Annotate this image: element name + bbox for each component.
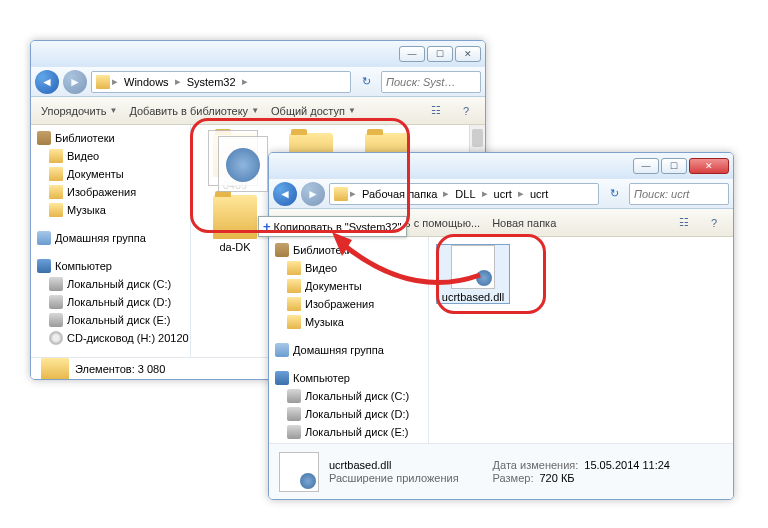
tree-node[interactable]: Компьютер [293,372,350,384]
tree-node[interactable]: Библиотеки [55,132,115,144]
breadcrumb[interactable]: ▸ Рабочая папка ▸ DLL ▸ ucrt ▸ ucrt [329,183,599,205]
tree-node[interactable]: Изображения [67,186,136,198]
tree-node[interactable]: Локальный диск (E:) [67,314,171,326]
explorer-window-ucrt: — ☐ ✕ ◄ ► ▸ Рабочая папка ▸ DLL ▸ ucrt ▸… [268,152,734,500]
video-icon [49,149,63,163]
forward-button[interactable]: ► [63,70,87,94]
new-folder-button[interactable]: Новая папка [492,217,556,229]
titlebar[interactable]: — ☐ ✕ [269,153,733,179]
tree-node[interactable]: Музыка [305,316,344,328]
forward-button[interactable]: ► [301,182,325,206]
tree-node[interactable]: Локальный диск (C:) [305,390,409,402]
tree-node[interactable]: Локальный диск (E:) [305,426,409,438]
folder-icon [334,187,348,201]
search-input[interactable] [629,183,729,205]
chevron-down-icon: ▼ [251,106,259,115]
tree-node[interactable]: Документы [67,168,124,180]
dll-file-icon [451,245,495,289]
chevron-right-icon: ▸ [348,187,358,200]
view-icon[interactable]: ☷ [427,102,445,120]
library-icon [275,243,289,257]
crumb-seg[interactable]: DLL [451,188,479,200]
size-label: Размер: [493,472,534,484]
plus-icon: + [263,219,271,234]
tree-node[interactable]: Библиотеки [293,244,353,256]
close-button[interactable]: ✕ [689,158,729,174]
help-icon[interactable]: ? [457,102,475,120]
tree-node[interactable]: Видео [305,262,337,274]
view-icon[interactable]: ☷ [675,214,693,232]
file-name: ucrtbased.dll [329,459,391,471]
chevron-right-icon: ▸ [480,187,490,200]
crumb-seg[interactable]: System32 [183,76,240,88]
folder-icon [213,195,257,239]
chevron-down-icon: ▼ [109,106,117,115]
close-button[interactable]: ✕ [455,46,481,62]
pictures-icon [49,185,63,199]
disk-icon [287,389,301,403]
tree-node[interactable]: Домашняя группа [293,344,384,356]
label: Общий доступ [271,105,345,117]
folder-item[interactable]: 0409 [199,133,271,191]
folder-icon [213,133,257,177]
chevron-down-icon: ▼ [348,106,356,115]
folder-icon [96,75,110,89]
label: 0409 [223,179,247,191]
tree-node[interactable]: Компьютер [55,260,112,272]
tree-node[interactable]: Видео [67,150,99,162]
file-type: Расширение приложения [329,472,459,484]
music-icon [49,203,63,217]
scrollbar-thumb[interactable] [472,129,483,147]
chevron-right-icon: ▸ [173,75,183,88]
documents-icon [49,167,63,181]
maximize-button[interactable]: ☐ [427,46,453,62]
mod-label: Дата изменения: [493,459,579,471]
help-icon[interactable]: ? [705,214,723,232]
tree-node[interactable]: Локальный диск (C:) [67,278,171,290]
organize-menu[interactable]: Упорядочить▼ [41,105,117,117]
tree-node[interactable]: Документы [305,280,362,292]
file-item-selected[interactable]: ucrtbased.dll [437,245,509,303]
crumb-seg[interactable]: Рабочая папка [358,188,441,200]
refresh-button[interactable]: ↻ [355,75,377,88]
disk-icon [287,407,301,421]
search-input[interactable] [381,71,481,93]
tree-node[interactable]: Музыка [67,204,106,216]
crumb-seg[interactable]: Windows [120,76,173,88]
breadcrumb[interactable]: ▸ Windows ▸ System32 ▸ [91,71,351,93]
label: da-DK [219,241,250,253]
nav-bar: ◄ ► ▸ Рабочая папка ▸ DLL ▸ ucrt ▸ ucrt … [269,179,733,209]
pictures-icon [287,297,301,311]
minimize-button[interactable]: — [399,46,425,62]
mod-value: 15.05.2014 11:24 [584,459,670,471]
label: Упорядочить [41,105,106,117]
share-menu[interactable]: Общий доступ▼ [271,105,356,117]
chevron-right-icon: ▸ [110,75,120,88]
tree-node[interactable]: Локальный диск (D:) [67,296,171,308]
chevron-right-icon: ▸ [240,75,250,88]
minimize-button[interactable]: — [633,158,659,174]
cd-icon [49,331,63,345]
crumb-seg[interactable]: ucrt [490,188,516,200]
video-icon [287,261,301,275]
back-button[interactable]: ◄ [273,182,297,206]
nav-tree[interactable]: Библиотеки Видео Документы Изображения М… [269,237,429,443]
file-list[interactable]: ucrtbased.dll [429,237,733,443]
tree-node[interactable]: Локальный диск (D:) [305,408,409,420]
crumb-seg[interactable]: ucrt [526,188,552,200]
titlebar[interactable]: — ☐ ✕ [31,41,485,67]
tree-node[interactable]: Домашняя группа [55,232,146,244]
toolbar: Упорядочить▼ Добавить в библиотеку▼ Общи… [31,97,485,125]
back-button[interactable]: ◄ [35,70,59,94]
tree-node[interactable]: CD-дисковод (H:) 20120 [67,332,189,344]
folder-icon [41,358,69,380]
add-to-library-menu[interactable]: Добавить в библиотеку▼ [129,105,259,117]
maximize-button[interactable]: ☐ [661,158,687,174]
nav-bar: ◄ ► ▸ Windows ▸ System32 ▸ ↻ [31,67,485,97]
tree-node[interactable]: Изображения [305,298,374,310]
chevron-right-icon: ▸ [441,187,451,200]
drop-tooltip: + Копировать в "System32" [258,216,407,237]
nav-tree[interactable]: Библиотеки Видео Документы Изображения М… [31,125,191,357]
refresh-button[interactable]: ↻ [603,187,625,200]
music-icon [287,315,301,329]
